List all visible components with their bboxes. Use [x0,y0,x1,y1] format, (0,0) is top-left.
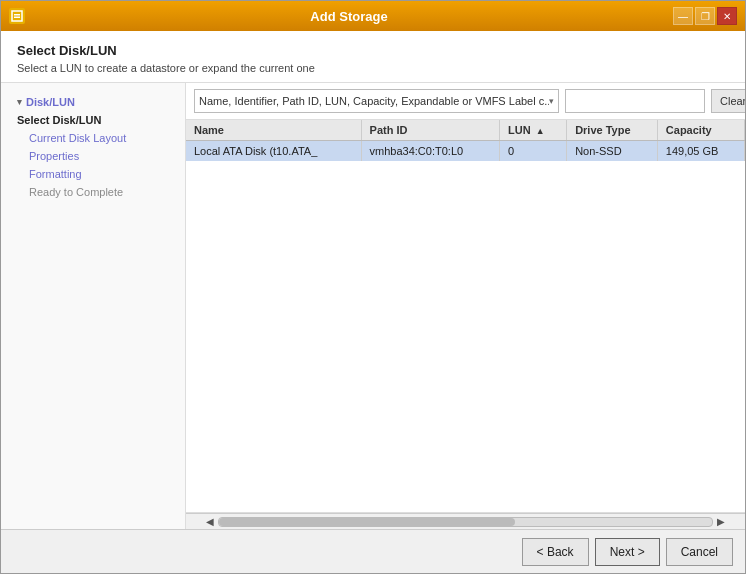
dropdown-arrow-icon: ▾ [549,96,554,106]
col-drive-type[interactable]: Drive Type [567,120,658,141]
cancel-button[interactable]: Cancel [666,538,733,566]
cell-capacity: 149,05 GB [657,141,744,162]
scrollbar-thumb [219,518,515,526]
sidebar-item-select-disk[interactable]: Select Disk/LUN [1,111,185,129]
window-controls: — ❐ ✕ [673,7,737,25]
maximize-button[interactable]: ❐ [695,7,715,25]
lun-sort-icon: ▲ [536,126,545,136]
sidebar: ▾ Disk/LUN Select Disk/LUN Current Disk … [1,83,186,529]
scroll-right-icon[interactable]: ▶ [713,516,729,527]
main-window: Add Storage — ❐ ✕ Select Disk/LUN Select… [0,0,746,574]
filter-bar: Name, Identifier, Path ID, LUN, Capacity… [186,83,745,120]
footer: < Back Next > Cancel [1,529,745,573]
svg-rect-2 [14,17,20,19]
table-row[interactable]: Local ATA Disk (t10.ATA_ vmhba34:C0:T0:L… [186,141,745,162]
cell-name: Local ATA Disk (t10.ATA_ [186,141,361,162]
content-area: Select Disk/LUN Select a LUN to create a… [1,31,745,573]
svg-rect-0 [12,11,22,21]
title-bar: Add Storage — ❐ ✕ [1,1,745,31]
table-container: Name Path ID LUN ▲ Drive T [186,120,745,513]
next-button[interactable]: Next > [595,538,660,566]
col-lun[interactable]: LUN ▲ [500,120,567,141]
back-button[interactable]: < Back [522,538,589,566]
col-path-id[interactable]: Path ID [361,120,499,141]
filter-label: Name, Identifier, Path ID, LUN, Capacity… [199,95,549,107]
main-body: ▾ Disk/LUN Select Disk/LUN Current Disk … [1,83,745,529]
collapse-icon: ▾ [17,97,22,107]
col-name[interactable]: Name [186,120,361,141]
header-section: Select Disk/LUN Select a LUN to create a… [1,31,745,83]
right-panel: Name, Identifier, Path ID, LUN, Capacity… [186,83,745,529]
scroll-left-icon[interactable]: ◀ [202,516,218,527]
search-input[interactable] [565,89,705,113]
sidebar-item-ready[interactable]: Ready to Complete [1,183,185,201]
sidebar-item-current-disk[interactable]: Current Disk Layout [1,129,185,147]
page-title: Select Disk/LUN [17,43,729,58]
horizontal-scrollbar[interactable] [218,517,713,527]
cell-drive-type: Non-SSD [567,141,658,162]
disk-table: Name Path ID LUN ▲ Drive T [186,120,745,161]
window-icon [9,8,25,24]
cell-lun: 0 [500,141,567,162]
cell-path-id: vmhba34:C0:T0:L0 [361,141,499,162]
window-title: Add Storage [25,9,673,24]
minimize-button[interactable]: — [673,7,693,25]
sidebar-item-formatting[interactable]: Formatting [1,165,185,183]
filter-dropdown[interactable]: Name, Identifier, Path ID, LUN, Capacity… [194,89,559,113]
sidebar-item-disk-lun[interactable]: ▾ Disk/LUN [1,93,185,111]
col-capacity[interactable]: Capacity [657,120,744,141]
page-subtitle: Select a LUN to create a datastore or ex… [17,62,729,74]
clear-button[interactable]: Clear [711,89,745,113]
svg-rect-1 [14,14,20,16]
sidebar-item-properties[interactable]: Properties [1,147,185,165]
close-button[interactable]: ✕ [717,7,737,25]
horizontal-scrollbar-area: ◀ ▶ [186,513,745,529]
